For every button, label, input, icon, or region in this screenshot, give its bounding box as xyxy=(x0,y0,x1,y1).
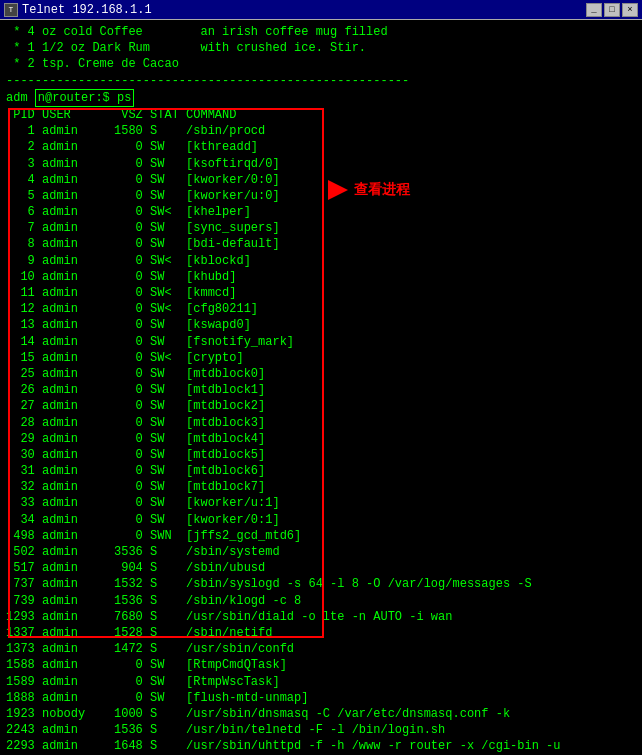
intro-line-1: * 4 oz cold Coffee an irish coffee mug f… xyxy=(6,24,636,40)
process-row: 498 admin 0 SWN [jffs2_gcd_mtd6] xyxy=(6,528,636,544)
maximize-button[interactable]: □ xyxy=(604,3,620,17)
process-row: 1373 admin 1472 S /usr/sbin/confd xyxy=(6,641,636,657)
process-row: 1923 nobody 1000 S /usr/sbin/dnsmasq -C … xyxy=(6,706,636,722)
process-row: 34 admin 0 SW [kworker/0:1] xyxy=(6,512,636,528)
process-row: 15 admin 0 SW< [crypto] xyxy=(6,350,636,366)
process-row: 1337 admin 1528 S /sbin/netifd xyxy=(6,625,636,641)
process-row: 8 admin 0 SW [bdi-default] xyxy=(6,236,636,252)
intro-line-2: * 1 1/2 oz Dark Rum with crushed ice. St… xyxy=(6,40,636,56)
annotation-text: 查看进程 xyxy=(354,181,410,199)
process-row: 3 admin 0 SW [ksoftirqd/0] xyxy=(6,156,636,172)
process-row: 13 admin 0 SW [kswapd0] xyxy=(6,317,636,333)
process-row: 737 admin 1532 S /sbin/syslogd -s 64 -l … xyxy=(6,576,636,592)
close-button[interactable]: × xyxy=(622,3,638,17)
process-row: 26 admin 0 SW [mtdblock1] xyxy=(6,382,636,398)
process-row: 25 admin 0 SW [mtdblock0] xyxy=(6,366,636,382)
process-row: 7 admin 0 SW [sync_supers] xyxy=(6,220,636,236)
process-row: 4 admin 0 SW [kworker/0:0] xyxy=(6,172,636,188)
process-row: 502 admin 3536 S /sbin/systemd xyxy=(6,544,636,560)
window: T Telnet 192.168.1.1 _ □ × * 4 oz cold C… xyxy=(0,0,642,755)
table-header: PID USER VSZ STAT COMMAND xyxy=(6,107,636,123)
process-row: 29 admin 0 SW [mtdblock4] xyxy=(6,431,636,447)
process-row: 1589 admin 0 SW [RtmpWscTask] xyxy=(6,674,636,690)
process-row: 2 admin 0 SW [kthreadd] xyxy=(6,139,636,155)
process-row: 6 admin 0 SW< [khelper] xyxy=(6,204,636,220)
process-row: 33 admin 0 SW [kworker/u:1] xyxy=(6,495,636,511)
intro-line-3: * 2 tsp. Creme de Cacao xyxy=(6,56,636,72)
process-row: 27 admin 0 SW [mtdblock2] xyxy=(6,398,636,414)
process-row: 30 admin 0 SW [mtdblock5] xyxy=(6,447,636,463)
process-row: 739 admin 1536 S /sbin/klogd -c 8 xyxy=(6,593,636,609)
process-list: 1 admin 1580 S /sbin/procd 2 admin 0 SW … xyxy=(6,123,636,755)
process-row: 1588 admin 0 SW [RtmpCmdQTask] xyxy=(6,657,636,673)
process-row: 2243 admin 1536 S /usr/bin/telnetd -F -l… xyxy=(6,722,636,738)
process-row: 2293 admin 1648 S /usr/sbin/uhttpd -f -h… xyxy=(6,738,636,754)
prompt-input[interactable]: n@router:$ ps xyxy=(35,89,135,107)
process-row: 32 admin 0 SW [mtdblock7] xyxy=(6,479,636,495)
minimize-button[interactable]: _ xyxy=(586,3,602,17)
process-row: 12 admin 0 SW< [cfg80211] xyxy=(6,301,636,317)
window-controls[interactable]: _ □ × xyxy=(586,3,638,17)
process-row: 5 admin 0 SW [kworker/u:0] xyxy=(6,188,636,204)
prompt-prefix: adm xyxy=(6,90,35,106)
process-row: 31 admin 0 SW [mtdblock6] xyxy=(6,463,636,479)
arrow-icon xyxy=(328,180,348,200)
process-row: 1 admin 1580 S /sbin/procd xyxy=(6,123,636,139)
process-row: 11 admin 0 SW< [kmmcd] xyxy=(6,285,636,301)
process-row: 28 admin 0 SW [mtdblock3] xyxy=(6,415,636,431)
process-row: 10 admin 0 SW [khubd] xyxy=(6,269,636,285)
title-bar: T Telnet 192.168.1.1 _ □ × xyxy=(0,0,642,20)
prompt-line[interactable]: adm n@router:$ ps xyxy=(6,89,636,107)
window-icon: T xyxy=(4,3,18,17)
separator-line: ----------------------------------------… xyxy=(6,73,636,89)
process-row: 14 admin 0 SW [fsnotify_mark] xyxy=(6,334,636,350)
process-row: 9 admin 0 SW< [kblockd] xyxy=(6,253,636,269)
terminal: * 4 oz cold Coffee an irish coffee mug f… xyxy=(0,20,642,755)
process-row: 517 admin 904 S /sbin/ubusd xyxy=(6,560,636,576)
arrow-annotation: 查看进程 xyxy=(328,180,410,200)
window-title: Telnet 192.168.1.1 xyxy=(22,3,152,17)
process-row: 1293 admin 7680 S /usr/sbin/diald -o lte… xyxy=(6,609,636,625)
process-row: 1888 admin 0 SW [flush-mtd-unmap] xyxy=(6,690,636,706)
